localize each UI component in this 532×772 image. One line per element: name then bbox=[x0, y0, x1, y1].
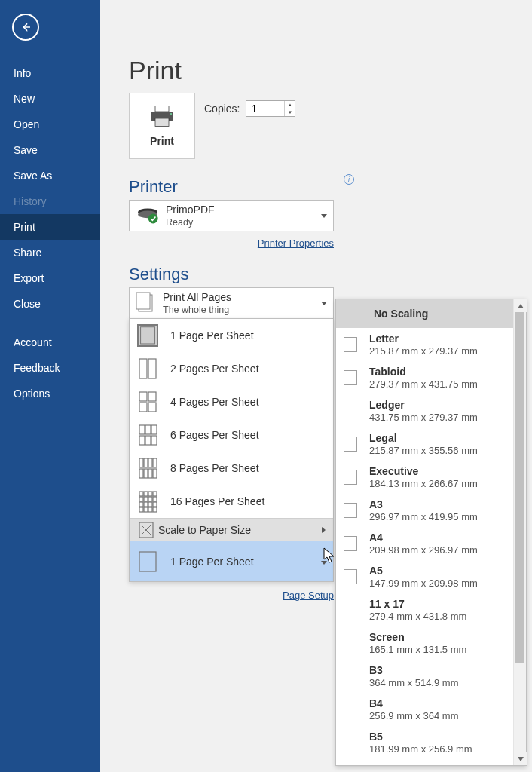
paper-size-option[interactable]: Legal215.87 mm x 355.56 mm bbox=[336, 427, 513, 461]
print-button[interactable]: Print bbox=[129, 93, 195, 159]
paper-size-checkbox[interactable] bbox=[344, 470, 357, 485]
svg-rect-30 bbox=[139, 492, 143, 496]
nav-export[interactable]: Export bbox=[0, 265, 100, 291]
nav-history[interactable]: History bbox=[0, 188, 100, 214]
copies-down-button[interactable]: ▼ bbox=[285, 109, 295, 116]
svg-rect-26 bbox=[139, 469, 143, 478]
svg-rect-25 bbox=[153, 458, 157, 467]
pages-per-sheet-option[interactable]: 1 Page Per Sheet bbox=[130, 319, 333, 352]
svg-rect-43 bbox=[144, 507, 148, 512]
print-pages-dropdown[interactable]: Print All Pages The whole thing bbox=[129, 287, 334, 319]
scrollbar-thumb[interactable] bbox=[515, 312, 524, 663]
print-button-label: Print bbox=[150, 135, 174, 147]
pages-per-sheet-option[interactable]: 8 Pages Per Sheet bbox=[130, 452, 333, 485]
page-setup-link[interactable]: Page Setup bbox=[283, 590, 334, 601]
copies-spinner[interactable]: ▲ ▼ bbox=[246, 100, 295, 117]
svg-rect-39 bbox=[144, 502, 148, 507]
paper-size-checkbox[interactable] bbox=[344, 503, 357, 518]
paper-size-option[interactable]: Executive184.13 mm x 266.67 mm bbox=[336, 461, 513, 494]
pages-per-sheet-label: 2 Pages Per Sheet bbox=[170, 363, 259, 375]
paper-size-checkbox[interactable] bbox=[344, 337, 357, 352]
pages-per-sheet-label: 16 Pages Per Sheet bbox=[170, 495, 264, 507]
nav-new[interactable]: New bbox=[0, 86, 100, 112]
svg-rect-16 bbox=[139, 425, 145, 434]
paper-size-option[interactable]: Screen165.1 mm x 131.5 mm bbox=[336, 626, 513, 660]
nav-print[interactable]: Print bbox=[0, 214, 100, 240]
paper-size-dimensions: 431.75 mm x 279.37 mm bbox=[369, 412, 478, 423]
paper-size-name: B3 bbox=[369, 664, 459, 676]
sheet-layout-icon bbox=[137, 490, 158, 513]
scale-icon bbox=[139, 522, 154, 538]
pages-per-sheet-menu: 1 Page Per Sheet2 Pages Per Sheet4 Pages… bbox=[129, 318, 334, 582]
paper-size-name: Tabloid bbox=[369, 366, 478, 378]
paper-size-option[interactable]: A4209.98 mm x 296.97 mm bbox=[336, 527, 513, 560]
printer-info-icon[interactable]: i bbox=[344, 174, 354, 185]
paper-size-dimensions: 209.98 mm x 296.97 mm bbox=[369, 544, 478, 556]
back-button[interactable] bbox=[12, 14, 39, 41]
pages-per-sheet-option[interactable]: 2 Pages Per Sheet bbox=[130, 352, 333, 385]
paper-size-dimensions: 364 mm x 514.9 mm bbox=[369, 677, 459, 688]
nav-feedback[interactable]: Feedback bbox=[0, 355, 100, 381]
chevron-up-icon bbox=[518, 304, 524, 308]
paper-size-checkbox[interactable] bbox=[344, 437, 357, 452]
pages-per-sheet-option[interactable]: 6 Pages Per Sheet bbox=[130, 418, 333, 452]
scroll-up-button[interactable] bbox=[514, 299, 527, 312]
svg-rect-36 bbox=[148, 497, 152, 501]
nav-options[interactable]: Options bbox=[0, 381, 100, 406]
svg-rect-31 bbox=[144, 492, 148, 496]
paper-size-option[interactable]: B5181.99 mm x 256.9 mm bbox=[336, 726, 513, 759]
copies-up-button[interactable]: ▲ bbox=[285, 101, 295, 109]
svg-rect-37 bbox=[153, 497, 157, 501]
svg-rect-27 bbox=[144, 469, 148, 478]
nav-close[interactable]: Close bbox=[0, 291, 100, 317]
paper-size-name: Ledger bbox=[369, 399, 478, 411]
copies-input[interactable] bbox=[246, 101, 284, 116]
paper-size-option[interactable]: Ledger431.75 mm x 279.37 mm bbox=[336, 394, 513, 427]
nav-save[interactable]: Save bbox=[0, 137, 100, 163]
printer-properties-link[interactable]: Printer Properties bbox=[258, 237, 334, 249]
paper-size-option[interactable]: B3364 mm x 514.9 mm bbox=[336, 660, 513, 693]
nav-saveas[interactable]: Save As bbox=[0, 163, 100, 188]
svg-point-6 bbox=[148, 214, 158, 224]
paper-size-checkbox[interactable] bbox=[344, 536, 357, 551]
back-arrow-icon bbox=[19, 20, 32, 34]
printer-selector-dropdown[interactable]: PrimoPDF Ready bbox=[129, 200, 334, 231]
paper-size-name: Executive bbox=[369, 465, 478, 477]
svg-rect-44 bbox=[148, 507, 152, 512]
nav-account[interactable]: Account bbox=[0, 329, 100, 355]
nav-open[interactable]: Open bbox=[0, 112, 100, 137]
nav-share[interactable]: Share bbox=[0, 240, 100, 265]
svg-rect-10 bbox=[139, 359, 147, 378]
backstage-nav: Info New Open Save Save As History Print… bbox=[0, 60, 100, 406]
svg-rect-40 bbox=[148, 502, 152, 507]
pages-per-sheet-option[interactable]: 4 Pages Per Sheet bbox=[130, 385, 333, 418]
no-scaling-item[interactable]: No Scaling bbox=[336, 299, 513, 328]
paper-size-option[interactable]: A5147.99 mm x 209.98 mm bbox=[336, 560, 513, 593]
paper-size-name: Letter bbox=[369, 332, 478, 345]
paper-size-option[interactable]: Letter215.87 mm x 279.37 mm bbox=[336, 328, 513, 361]
pages-per-sheet-option[interactable]: 16 Pages Per Sheet bbox=[130, 485, 333, 518]
paper-size-option[interactable]: 11 x 17279.4 mm x 431.8 mm bbox=[336, 593, 513, 626]
svg-rect-0 bbox=[155, 106, 169, 112]
svg-rect-33 bbox=[153, 492, 157, 496]
sheet-layout-icon bbox=[137, 424, 158, 446]
chevron-down-icon bbox=[321, 214, 327, 218]
flyout-scrollbar[interactable] bbox=[513, 299, 526, 765]
svg-rect-35 bbox=[144, 497, 148, 501]
nav-info[interactable]: Info bbox=[0, 60, 100, 86]
paper-size-dimensions: 215.87 mm x 355.56 mm bbox=[369, 445, 478, 456]
svg-rect-23 bbox=[144, 458, 148, 467]
scroll-down-button[interactable] bbox=[514, 752, 527, 765]
svg-rect-8 bbox=[136, 293, 150, 309]
paper-size-name: A5 bbox=[369, 565, 478, 577]
paper-size-option[interactable]: A3296.97 mm x 419.95 mm bbox=[336, 494, 513, 527]
current-pages-per-sheet-item[interactable]: 1 Page Per Sheet bbox=[130, 541, 333, 581]
scale-to-paper-size-item[interactable]: Scale to Paper Size bbox=[130, 518, 333, 541]
paper-size-checkbox[interactable] bbox=[344, 569, 357, 584]
paper-size-option[interactable]: B4256.9 mm x 364 mm bbox=[336, 693, 513, 726]
svg-rect-14 bbox=[139, 403, 147, 412]
svg-rect-21 bbox=[151, 436, 157, 445]
paper-size-option[interactable]: Tabloid279.37 mm x 431.75 mm bbox=[336, 361, 513, 394]
paper-size-checkbox[interactable] bbox=[344, 370, 357, 385]
copies-label: Copies: bbox=[204, 103, 240, 115]
